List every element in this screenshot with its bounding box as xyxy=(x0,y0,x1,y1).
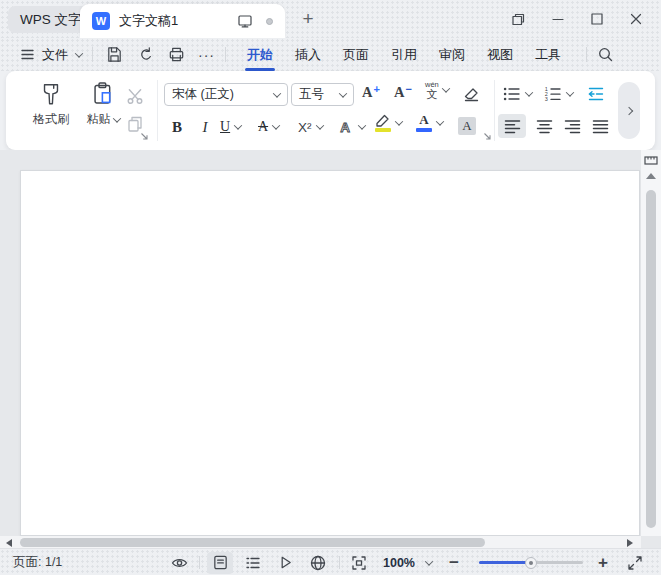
align-center-button[interactable] xyxy=(530,114,558,138)
strikethrough-button[interactable]: A xyxy=(258,115,279,139)
titlebar: WPS 文字 W 文字文稿1 + xyxy=(0,0,661,38)
chevron-down-icon xyxy=(525,88,533,96)
bullets-button[interactable] xyxy=(502,85,532,103)
outline-view-icon[interactable] xyxy=(244,549,262,575)
divider xyxy=(586,47,587,62)
page-indicator: 页面: 1/1 xyxy=(13,549,62,575)
zoom-value[interactable]: 100% xyxy=(383,549,415,575)
font-name-select[interactable]: 宋体 (正文) xyxy=(164,83,288,106)
underline-button[interactable]: U xyxy=(220,115,241,139)
tab-review[interactable]: 审阅 xyxy=(433,38,471,71)
paste-icon xyxy=(91,81,116,108)
zoom-slider-thumb[interactable] xyxy=(525,557,537,569)
tab-tools[interactable]: 工具 xyxy=(529,38,567,71)
font-size-select[interactable]: 五号 xyxy=(291,83,354,106)
menubar: 文件 ··· 开始 插入 页面 引用 审阅 视图 工具 xyxy=(0,38,661,71)
zoom-in-button[interactable]: + xyxy=(598,549,608,575)
play-slideshow-icon[interactable] xyxy=(277,549,294,575)
superscript-button[interactable]: X² xyxy=(298,115,323,139)
align-right-icon xyxy=(564,119,581,134)
text-effects-button[interactable]: A xyxy=(336,115,365,139)
italic-button[interactable]: I xyxy=(195,115,215,139)
horizontal-scroll-thumb[interactable] xyxy=(20,538,485,547)
svg-text:A: A xyxy=(340,120,350,135)
undo-icon[interactable] xyxy=(136,45,155,64)
clipboard-dialog-launcher-icon[interactable] xyxy=(140,132,149,141)
font-color-button[interactable]: A xyxy=(416,113,443,132)
character-shading-button[interactable]: A xyxy=(458,117,476,135)
fullscreen-icon[interactable] xyxy=(626,549,644,575)
fit-page-icon[interactable] xyxy=(350,549,368,575)
document-tab[interactable]: W 文字文稿1 xyxy=(80,4,285,38)
grow-font-button[interactable]: A + xyxy=(362,84,380,101)
zoom-out-button[interactable]: − xyxy=(449,549,459,575)
cut-icon[interactable] xyxy=(126,87,144,105)
vertical-scroll-thumb[interactable] xyxy=(646,190,656,528)
scroll-right-arrow-icon[interactable] xyxy=(627,539,633,547)
vertical-scrollbar[interactable] xyxy=(641,150,661,536)
divider xyxy=(339,556,340,569)
clear-formatting-icon[interactable] xyxy=(461,84,481,104)
chevron-down-icon[interactable] xyxy=(75,49,83,57)
minimize-icon[interactable] xyxy=(538,0,577,38)
paste-button[interactable]: 粘贴 xyxy=(80,81,126,128)
tab-insert[interactable]: 插入 xyxy=(289,38,327,71)
copy-icon[interactable] xyxy=(126,115,144,133)
chevron-down-icon xyxy=(358,121,366,129)
more-options-button[interactable]: ··· xyxy=(198,47,215,63)
ribbon-expand-button[interactable] xyxy=(618,82,640,139)
new-tab-button[interactable]: + xyxy=(296,7,320,31)
zoom-slider[interactable] xyxy=(479,561,583,564)
divider xyxy=(225,47,226,62)
pinyin-guide-button[interactable]: wén 文 xyxy=(425,81,449,100)
chevron-down-icon xyxy=(234,121,242,129)
web-layout-globe-icon[interactable] xyxy=(309,549,327,575)
align-left-icon xyxy=(504,119,521,134)
tab-page[interactable]: 页面 xyxy=(337,38,375,71)
windows-stack-icon[interactable] xyxy=(499,0,538,38)
print-icon[interactable] xyxy=(167,45,186,64)
divider xyxy=(92,47,93,62)
pinyin-guide-icon: wén 文 xyxy=(425,81,439,100)
save-icon[interactable] xyxy=(105,45,124,64)
align-left-button[interactable] xyxy=(498,114,526,138)
wps-writer-window: WPS 文字 W 文字文稿1 + xyxy=(0,0,661,575)
chevron-down-icon xyxy=(273,89,281,97)
chevron-down-icon xyxy=(315,121,323,129)
format-painter-button[interactable]: 格式刷 xyxy=(22,81,80,128)
align-right-button[interactable] xyxy=(558,114,586,138)
chevron-down-icon[interactable] xyxy=(426,549,432,575)
shrink-font-button[interactable]: A − xyxy=(394,84,412,101)
tab-home[interactable]: 开始 xyxy=(241,38,279,71)
window-controls xyxy=(499,0,655,38)
tab-status-dot-icon[interactable] xyxy=(266,18,273,25)
hamburger-icon[interactable] xyxy=(20,47,35,62)
tab-title: 文字文稿1 xyxy=(119,12,237,30)
monitor-icon[interactable] xyxy=(237,13,253,29)
font-color-swatch xyxy=(416,128,432,132)
scroll-left-arrow-icon[interactable] xyxy=(6,539,12,547)
numbering-button[interactable]: 1 2 3 xyxy=(543,85,573,103)
document-page[interactable] xyxy=(20,170,640,536)
tab-view[interactable]: 视图 xyxy=(481,38,519,71)
svg-text:3: 3 xyxy=(545,96,548,102)
horizontal-scrollbar[interactable] xyxy=(0,536,641,548)
file-menu[interactable]: 文件 xyxy=(42,46,68,64)
justify-button[interactable] xyxy=(586,114,614,138)
close-icon[interactable] xyxy=(616,0,655,38)
ruler-toggle-icon[interactable] xyxy=(644,154,658,167)
font-dialog-launcher-icon[interactable] xyxy=(483,132,492,141)
page-view-button[interactable] xyxy=(207,552,233,574)
justify-icon xyxy=(592,119,609,134)
scroll-up-arrow-icon[interactable] xyxy=(646,173,656,179)
decrease-indent-icon[interactable] xyxy=(586,85,606,103)
tab-references[interactable]: 引用 xyxy=(385,38,423,71)
ribbon: 格式刷 粘贴 宋体 (正文) 五号 A + xyxy=(6,71,655,150)
search-icon[interactable] xyxy=(597,46,614,63)
eye-protection-icon[interactable] xyxy=(170,549,189,575)
maximize-icon[interactable] xyxy=(577,0,616,38)
app-menu-label: WPS 文字 xyxy=(20,11,82,29)
highlight-color-button[interactable] xyxy=(374,113,402,132)
bold-button[interactable]: B xyxy=(166,115,188,139)
minus-sign: − xyxy=(405,83,411,95)
